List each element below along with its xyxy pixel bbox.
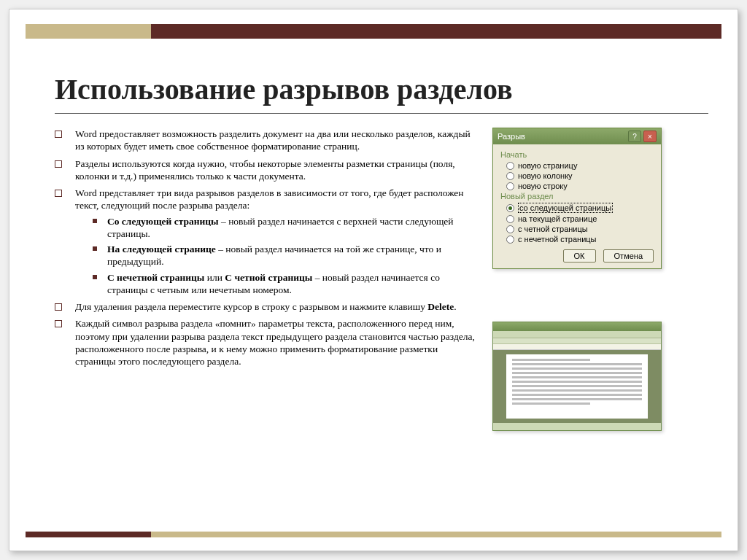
- bullet-text: Для удаления раздела переместите курсор …: [75, 301, 427, 312]
- radio-new-line[interactable]: новую строку: [506, 182, 654, 190]
- sub-bullet-bold: На следующей странице: [107, 244, 216, 254]
- radio-label: с нечетной страницы: [518, 235, 597, 244]
- mini-text-line: [512, 398, 642, 400]
- mini-document-area: [493, 350, 661, 423]
- bullet-text: .: [454, 301, 456, 312]
- group-label-section: Новый раздел: [500, 192, 654, 201]
- decorative-bottom-band: [26, 532, 721, 537]
- decorative-top-band: [26, 24, 721, 39]
- title-underline: [55, 113, 708, 114]
- radio-label: новую строку: [518, 182, 568, 190]
- sub-bullet-bold: С четной страницы: [225, 272, 312, 283]
- sub-bullet-item: Со следующей страницы – новый раздел нач…: [93, 215, 478, 241]
- radio-icon: [506, 204, 514, 212]
- sub-bullet-text: или: [204, 272, 225, 283]
- mini-text-line: [512, 381, 642, 383]
- sub-bullet-bold: С нечетной страницы: [107, 272, 204, 283]
- radio-label: с четной страницы: [518, 225, 588, 233]
- help-icon[interactable]: ?: [628, 131, 641, 142]
- mini-text-line: [512, 368, 642, 370]
- radio-icon: [506, 172, 514, 180]
- mini-statusbar: [493, 423, 661, 430]
- band-segment: [151, 532, 721, 537]
- radio-label: новую страницу: [518, 161, 577, 170]
- bullet-text: Каждый символ разрыва раздела «помнит» п…: [75, 318, 475, 367]
- band-segment: [26, 532, 151, 537]
- band-segment: [151, 24, 721, 39]
- ok-button[interactable]: ОК: [563, 249, 596, 262]
- mini-text-line: [512, 376, 642, 378]
- mini-text-line: [512, 359, 590, 361]
- break-dialog: Разрыв ? × Начать новую страницу новую к…: [492, 128, 662, 269]
- dialog-button-row: ОК Отмена: [500, 249, 654, 262]
- radio-label: новую колонку: [518, 171, 573, 180]
- bullet-text: Word предоставляет возможность разделить…: [75, 128, 471, 152]
- mini-toolbar: [493, 331, 661, 338]
- bullet-bold: Delete: [427, 301, 454, 312]
- mini-text-line: [512, 363, 642, 365]
- radio-icon: [506, 215, 514, 223]
- content-area: Word предоставляет возможность разделить…: [55, 128, 708, 431]
- group-label-start: Начать: [500, 150, 654, 159]
- radio-icon: [506, 225, 514, 233]
- dialog-body: Начать новую страницу новую колонку нову…: [493, 144, 661, 268]
- slide: Использование разрывов разделов Word пре…: [9, 9, 738, 551]
- mini-text-line: [512, 385, 642, 387]
- sub-bullet-item: С нечетной страницы или С четной страниц…: [93, 271, 478, 297]
- bullet-item: Разделы используются когда нужно, чтобы …: [55, 158, 478, 183]
- mini-text-line: [512, 372, 642, 374]
- radio-label: на текущей странице: [518, 214, 597, 223]
- dialog-titlebar: Разрыв ? ×: [493, 128, 661, 144]
- sub-bullet-bold: Со следующей страницы: [107, 216, 219, 227]
- text-column: Word предоставляет возможность разделить…: [55, 128, 478, 431]
- radio-even-page[interactable]: с четной страницы: [506, 225, 654, 233]
- cancel-button[interactable]: Отмена: [603, 249, 654, 262]
- mini-toolbar: [493, 338, 661, 344]
- mini-ruler: [493, 344, 661, 350]
- radio-icon: [506, 182, 514, 190]
- mini-titlebar: [493, 322, 661, 331]
- bullet-item: Word предоставляет возможность разделить…: [55, 128, 478, 153]
- band-segment: [26, 24, 151, 39]
- word-window-screenshot: [492, 322, 662, 431]
- radio-current-page[interactable]: на текущей странице: [506, 214, 654, 223]
- radio-label: со следующей страницы: [518, 203, 613, 213]
- radio-odd-page[interactable]: с нечетной страницы: [506, 235, 654, 244]
- mini-text-line: [512, 394, 642, 396]
- bullet-text: Word представляет три вида разрывов разд…: [75, 187, 464, 211]
- bullet-item: Word представляет три вида разрывов разд…: [55, 187, 478, 296]
- mini-text-line: [512, 389, 642, 392]
- bullet-item: Каждый символ разрыва раздела «помнит» п…: [55, 317, 478, 368]
- radio-next-page[interactable]: со следующей страницы: [506, 203, 654, 213]
- radio-icon: [506, 236, 514, 244]
- bullet-item: Для удаления раздела переместите курсор …: [55, 300, 478, 313]
- radio-new-column[interactable]: новую колонку: [506, 171, 654, 180]
- dialog-title-text: Разрыв: [498, 132, 525, 141]
- slide-title: Использование разрывов разделов: [55, 72, 513, 106]
- mini-text-line: [512, 402, 590, 405]
- bullet-text: Разделы используются когда нужно, чтобы …: [75, 158, 455, 182]
- radio-new-page[interactable]: новую страницу: [506, 161, 654, 170]
- radio-icon: [506, 162, 514, 170]
- sub-bullet-item: На следующей странице – новый раздел нач…: [93, 243, 478, 268]
- mini-page: [506, 354, 648, 419]
- close-icon[interactable]: ×: [643, 131, 657, 142]
- screenshots-column: Разрыв ? × Начать новую страницу новую к…: [492, 128, 708, 431]
